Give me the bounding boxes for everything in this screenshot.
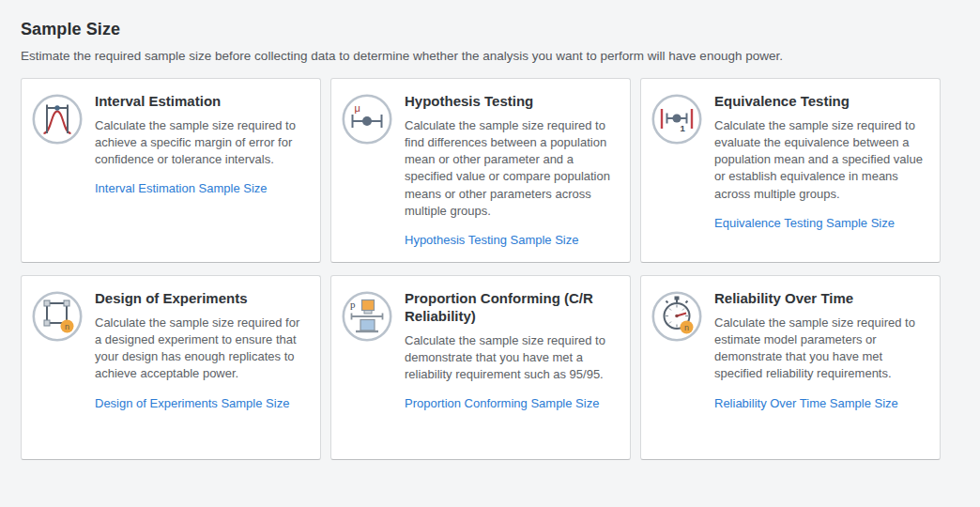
card-description: Calculate the sample size required for a… [95, 315, 307, 383]
card-title: Interval Estimation [95, 93, 307, 111]
design-of-experiments-link[interactable]: Design of Experiments Sample Size [95, 396, 289, 410]
equivalence-testing-link[interactable]: Equivalence Testing Sample Size [714, 216, 895, 230]
reliability-over-time-link[interactable]: Reliability Over Time Sample Size [714, 396, 898, 410]
card-design-of-experiments: n Design of Experiments Calculate the sa… [21, 275, 321, 460]
proportion-conforming-link[interactable]: Proportion Conforming Sample Size [405, 396, 599, 410]
card-title: Hypothesis Testing [405, 93, 617, 111]
cards-grid: Interval Estimation Calculate the sample… [21, 78, 959, 460]
card-title: Proportion Conforming (C/R Reliability) [405, 290, 617, 326]
svg-text:p: p [350, 299, 356, 310]
design-of-experiments-icon: n [31, 290, 84, 343]
svg-text:1: 1 [681, 123, 686, 133]
sample-size-page: Sample Size Estimate the required sample… [0, 0, 980, 480]
page-subtitle: Estimate the required sample size before… [21, 49, 959, 63]
hypothesis-testing-link[interactable]: Hypothesis Testing Sample Size [405, 233, 578, 247]
card-interval-estimation: Interval Estimation Calculate the sample… [21, 78, 321, 263]
svg-text:n: n [65, 322, 69, 331]
card-description: Calculate the sample size required to de… [405, 332, 617, 384]
svg-text:n: n [684, 323, 689, 332]
svg-text:μ: μ [355, 102, 360, 114]
page-title: Sample Size [21, 20, 959, 39]
card-title: Equivalence Testing [714, 93, 926, 111]
interval-estimation-icon [31, 93, 84, 146]
card-description: Calculate the sample size required to es… [714, 315, 926, 383]
hypothesis-testing-icon: μ [341, 93, 393, 146]
card-description: Calculate the sample size required to fi… [405, 117, 617, 220]
card-description: Calculate the sample size required to ac… [95, 117, 307, 169]
proportion-conforming-icon: p [341, 290, 393, 343]
equivalence-testing-icon: 1 [651, 93, 703, 146]
card-equivalence-testing: 1 Equivalence Testing Calculate the samp… [640, 78, 941, 263]
card-title: Design of Experiments [95, 290, 307, 308]
card-reliability-over-time: n Reliability Over Time Calculate the sa… [640, 275, 941, 460]
card-description: Calculate the sample size required to ev… [714, 117, 926, 203]
card-title: Reliability Over Time [714, 290, 926, 308]
card-proportion-conforming: p Proportion Conforming (C/R Reliability… [330, 275, 631, 460]
card-hypothesis-testing: μ Hypothesis Testing Calculate the sampl… [330, 78, 631, 263]
interval-estimation-link[interactable]: Interval Estimation Sample Size [95, 181, 268, 195]
reliability-over-time-icon: n [651, 290, 703, 343]
